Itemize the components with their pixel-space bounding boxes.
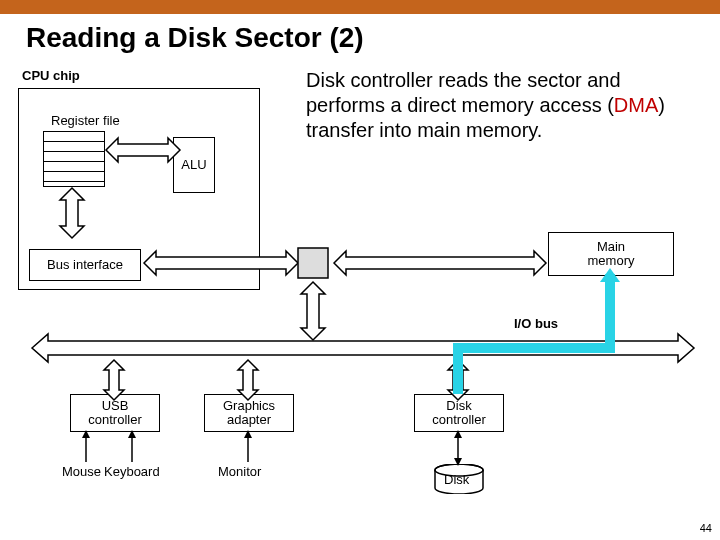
register: [44, 142, 104, 152]
diskc-l1: Disk: [446, 399, 471, 413]
disk-label: Disk: [444, 472, 469, 487]
mem-l2: memory: [588, 254, 635, 268]
svg-marker-7: [301, 282, 325, 340]
description-text: Disk controller reads the sector and per…: [306, 68, 686, 143]
alu-box: ALU: [173, 137, 215, 193]
io-bus-label: I/O bus: [514, 316, 558, 331]
cpu-chip-label: CPU chip: [22, 68, 80, 83]
svg-marker-6: [334, 251, 546, 275]
register: [44, 162, 104, 172]
main-memory-box: Main memory: [548, 232, 674, 276]
register: [44, 182, 104, 191]
mem-l1: Main: [597, 240, 625, 254]
disk-controller-box: Disk controller: [414, 394, 504, 432]
usb-controller-box: USB controller: [70, 394, 160, 432]
register: [44, 152, 104, 162]
usb-l2: controller: [88, 413, 141, 427]
slide: Reading a Disk Sector (2) 44 Disk contro…: [0, 0, 720, 540]
register-file-box: [43, 131, 105, 187]
gfx-l1: Graphics: [223, 399, 275, 413]
page-number: 44: [700, 522, 712, 534]
graphics-adapter-box: Graphics adapter: [204, 394, 294, 432]
gfx-l2: adapter: [227, 413, 271, 427]
top-accent-bar: [0, 0, 720, 14]
monitor-label: Monitor: [218, 464, 261, 479]
bus-interface-box: Bus interface: [29, 249, 141, 281]
register: [44, 132, 104, 142]
slide-title: Reading a Disk Sector (2): [26, 22, 364, 54]
dma-text: DMA: [614, 94, 658, 116]
diagram-stage: Disk controller reads the sector and per…: [18, 68, 702, 508]
cpu-chip-box: Register file ALU Bus interface: [18, 88, 260, 290]
svg-marker-8: [32, 334, 694, 362]
svg-rect-5: [298, 248, 328, 278]
usb-l1: USB: [102, 399, 129, 413]
diskc-l2: controller: [432, 413, 485, 427]
register: [44, 172, 104, 182]
keyboard-label: Keyboard: [104, 464, 160, 479]
mouse-label: Mouse: [62, 464, 101, 479]
desc-pre: Disk controller reads the sector and per…: [306, 69, 621, 116]
register-file-label: Register file: [51, 113, 120, 128]
